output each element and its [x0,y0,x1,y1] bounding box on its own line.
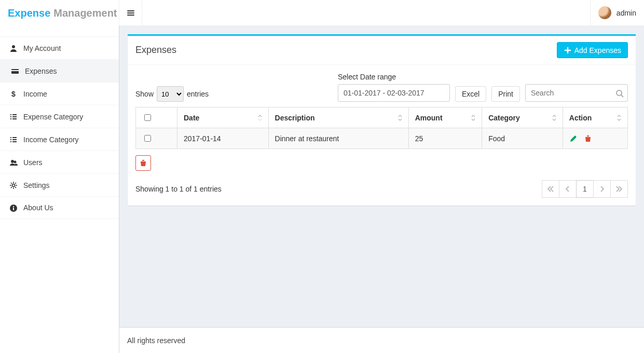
add-expenses-label: Add Expenses [574,46,621,55]
page-next[interactable] [593,180,611,198]
sidebar-item-label: About Us [23,203,53,212]
sidebar-item-income-category[interactable]: Income Category [0,128,119,151]
sidebar-item-expense-category[interactable]: Expense Category [0,105,119,128]
col-category-label: Category [488,114,520,122]
cell-description: Dinner at restaurent [268,128,408,149]
excel-button[interactable]: Excel [455,86,486,102]
sidebar-item-label: Income Category [23,135,79,144]
col-date-label: Date [184,114,199,122]
angle-double-left-icon [546,185,555,193]
edit-button[interactable] [569,134,580,142]
daterange-label: Select Date range [338,73,450,81]
avatar [598,6,611,19]
sort-icon [550,114,558,122]
sidebar: My Account Expenses Income Expense Categ… [0,26,119,353]
page-number[interactable]: 1 [576,180,594,198]
page-title: Expenses [135,45,176,56]
dollar-icon [8,89,19,98]
footer-text: All rights reserved [127,336,185,345]
expenses-box: Expenses Add Expenses Show 10 25 50 100 … [128,34,636,206]
gears-icon [8,181,19,189]
search-wrap [525,84,628,102]
col-description[interactable]: Description [268,107,408,128]
cell-date: 2017-01-14 [177,128,269,149]
sidebar-item-income[interactable]: Income [0,82,119,105]
col-category[interactable]: Category [482,107,563,128]
bars-icon [127,9,135,17]
print-button-label: Print [498,90,513,98]
col-amount[interactable]: Amount [408,107,482,128]
username-label: admin [616,9,636,17]
excel-button-label: Excel [462,90,479,98]
col-select[interactable] [136,107,177,128]
sidebar-item-label: Expense Category [23,113,83,121]
page-last[interactable] [610,180,628,198]
sort-icon [615,114,623,122]
brand-logo[interactable]: Expense Management [0,0,119,26]
print-button[interactable]: Print [491,86,520,102]
trash-icon [584,134,592,143]
controls-row: Show 10 25 50 100 entries Select Date ra… [135,73,628,102]
col-date[interactable]: Date [177,107,269,128]
angle-right-icon [598,185,606,193]
page-first[interactable] [542,180,559,198]
length-select[interactable]: 10 25 50 100 [157,86,184,102]
sidebar-item-settings[interactable]: Settings [0,173,119,196]
table-info-row: Showing 1 to 1 of 1 entries 1 [135,180,628,198]
cell-category: Food [482,128,563,149]
sidebar-item-about-us[interactable]: About Us [0,196,119,219]
col-description-label: Description [275,114,315,122]
content-wrapper: Expenses Add Expenses Show 10 25 50 100 … [119,26,644,327]
pencil-icon [569,134,578,143]
angle-left-icon [564,185,572,193]
navbar: admin [119,0,644,26]
table-info-text: Showing 1 to 1 of 1 entries [135,185,222,193]
trash-icon [139,159,147,167]
sidebar-item-label: My Account [23,44,61,52]
sort-icon [469,114,477,122]
angle-double-right-icon [615,185,623,193]
show-label-suffix: entries [187,90,209,98]
table-row: 2017-01-14 Dinner at restaurent 25 Food [136,128,628,149]
row-checkbox[interactable] [144,135,151,142]
page-prev[interactable] [559,180,577,198]
delete-button[interactable] [584,134,592,142]
sidebar-item-label: Expenses [25,67,57,75]
sort-icon [396,114,404,122]
length-control: Show 10 25 50 100 entries [135,86,209,102]
box-header: Expenses Add Expenses [128,36,636,65]
info-icon [8,203,19,212]
user-icon [8,44,19,52]
bulk-delete-button[interactable] [135,155,151,171]
box-body: Show 10 25 50 100 entries Select Date ra… [128,65,636,206]
daterange-block: Select Date range [338,73,450,102]
expenses-table: Date Description Amount Category [135,107,628,149]
sort-icon [256,114,264,122]
col-action[interactable]: Action [563,107,627,128]
plus-icon [564,46,572,55]
list-icon [8,135,19,144]
page-number-label: 1 [583,185,587,193]
user-menu[interactable]: admin [590,0,644,26]
card-icon [9,66,21,75]
cell-action [563,128,627,149]
add-expenses-button[interactable]: Add Expenses [557,42,628,58]
cell-amount: 25 [408,128,482,149]
sidebar-item-label: Settings [23,181,50,189]
search-icon [615,88,624,97]
select-all-checkbox[interactable] [144,114,151,121]
pagination: 1 [542,180,628,198]
footer: All rights reserved [119,327,644,353]
sidebar-item-my-account[interactable]: My Account [0,36,119,59]
sidebar-toggle[interactable] [119,0,142,26]
sidebar-item-users[interactable]: Users [0,151,119,173]
users-icon [8,158,19,167]
daterange-input[interactable] [338,84,450,102]
sidebar-item-label: Income [23,90,47,98]
sidebar-item-label: Users [23,158,43,167]
brand-word-2: Management [53,7,117,19]
search-input[interactable] [525,84,628,102]
top-header: Expense Management admin [0,0,644,26]
sidebar-item-expenses[interactable]: Expenses [0,59,119,82]
list-icon [8,112,19,121]
